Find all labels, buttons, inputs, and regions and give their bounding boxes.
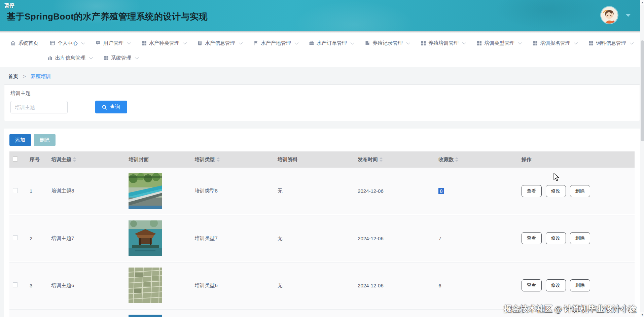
training-material: 无 [274,215,354,262]
training-cover-image[interactable] [129,268,188,303]
table-toolbar: 添加 删除 [9,134,635,146]
nav-item-label: 养殖记录管理 [372,40,403,46]
training-topic: 培训主题5 [48,309,125,317]
training-type: 培训类型7 [191,215,274,262]
sort-caret-icon[interactable] [380,157,383,162]
view-button[interactable]: 查看 [522,232,542,244]
training-material: 无 [274,262,354,309]
delete-button[interactable]: 删除 [34,134,56,146]
user-menu-caret-icon[interactable] [626,14,631,17]
video-pause-label: 暂停 [4,2,14,9]
add-button[interactable]: 添加 [9,134,31,146]
nav-item-training-type-management[interactable]: 培训类型管理 [471,40,527,46]
nav-item-label: 水产种类管理 [149,40,179,46]
chevron-down-icon [89,56,93,59]
chat-icon [96,40,101,46]
user-avatar[interactable] [601,7,618,24]
search-field-label: 培训主题 [10,90,634,97]
delete-row-button[interactable]: 删除 [570,279,590,291]
nav-item-label: 养殖培训管理 [428,40,459,46]
nav-item-aquatic-info-management[interactable]: 水产信息管理 [191,40,247,46]
page-scrollbar[interactable]: ▲ ▼ [640,0,644,317]
scrollbar-up-arrow-icon[interactable]: ▲ [640,0,644,5]
nav-row-1: 系统首页个人中心用户管理水产种类管理水产信息管理水产产地管理水产订单管理养殖记录… [5,36,642,50]
table-header-序号: 序号 [26,151,48,168]
view-button[interactable]: 查看 [522,279,542,291]
nav-item-breeding-record-management[interactable]: 养殖记录管理 [359,40,415,46]
scrollbar-down-arrow-icon[interactable]: ▼ [640,312,644,317]
edit-button[interactable]: 修改 [546,232,566,244]
training-cover-image[interactable] [129,315,188,317]
chevron-down-icon [81,41,85,44]
chevron-down-icon [135,56,139,59]
nav-item-label: 用户管理 [103,40,123,46]
table-header-培训封面: 培训封面 [125,151,191,168]
publish-date: 2024-12-06 [354,168,435,215]
column-header-label: 培训封面 [129,156,149,162]
training-cover-image[interactable] [129,173,188,209]
nav-item-training-signup-management[interactable]: 培训报名管理 [527,40,582,46]
chevron-down-icon [518,41,522,44]
training-cover-image[interactable] [129,220,188,256]
chevron-down-icon [295,41,298,44]
nav-item-user-management[interactable]: 用户管理 [90,40,136,46]
watermark-text: 掘金技术社区 @ 计算机毕业设计小途 [504,304,637,314]
row-actions: 查看修改删除 [522,232,631,244]
nav-item-personal-center[interactable]: 个人中心 [44,40,90,46]
breadcrumb-current[interactable]: 养殖培训 [31,73,51,79]
table-body: 1培训主题8培训类型8无2024-12-068查看修改删除2培训主题7培训类型7… [9,168,635,317]
scrollbar-thumb[interactable] [641,40,644,141]
delete-row-button[interactable]: 删除 [570,185,590,197]
table-header-培训主题[interactable]: 培训主题 [48,151,125,168]
row-checkbox[interactable] [13,282,18,287]
edit-button[interactable]: 修改 [546,279,566,291]
training-type: 培训类型8 [191,168,274,215]
sort-caret-icon[interactable] [73,157,76,162]
breadcrumb-home[interactable]: 首页 [8,73,18,79]
nav-item-system-management[interactable]: 系统管理 [98,55,143,61]
page-title: 基于SpringBoot的水产养殖管理系统的设计与实现 [7,11,208,23]
column-header-label: 序号 [30,156,40,162]
training-type: 培训类型6 [191,262,274,309]
view-button[interactable]: 查看 [522,185,542,197]
nav-item-aquatic-species-management[interactable]: 水产种类管理 [136,40,191,46]
breadcrumb: 首页 > 养殖培训 [4,67,640,84]
row-checkbox[interactable] [13,188,18,193]
search-input[interactable] [10,101,68,113]
query-button[interactable]: 查询 [95,101,127,113]
nav-item-label: 培训报名管理 [540,40,570,46]
table-header-培训类型[interactable]: 培训类型 [191,151,274,168]
training-material: 无 [274,309,354,317]
nav-item-feed-info-management[interactable]: 饲料信息管理 [582,40,638,46]
bar-chart-icon [47,55,53,61]
row-checkbox[interactable] [13,235,18,240]
chevron-down-icon [462,41,466,44]
sort-caret-icon[interactable] [217,157,220,162]
nav-item-label: 饲料信息管理 [596,40,626,46]
row-index: 4 [26,309,48,317]
grid-icon [532,40,538,46]
select-all-checkbox[interactable] [13,156,18,162]
grid-icon [141,40,147,46]
flag-icon [253,40,258,46]
clipboard-icon [197,40,203,46]
column-header-label: 收藏数 [438,156,454,162]
edit-button[interactable]: 修改 [546,185,566,197]
delete-row-button[interactable]: 删除 [570,232,590,244]
home-icon [10,40,16,46]
chevron-down-icon [127,41,131,44]
nav-item-aquatic-origin-management[interactable]: 水产产地管理 [247,40,303,46]
sort-caret-icon[interactable] [455,157,458,162]
table-header-收藏数[interactable]: 收藏数 [435,151,518,168]
nav-item-outbound-info-management[interactable]: 出库信息管理 [42,55,98,61]
publish-date: 2024-12-06 [354,215,435,262]
table-header-发布时间[interactable]: 发布时间 [354,151,435,168]
book-icon [365,40,370,46]
training-topic: 培训主题6 [48,262,125,309]
table-row: 3培训主题6培训类型6无2024-12-066查看修改删除 [9,262,635,309]
nav-item-aquatic-order-management[interactable]: 水产订单管理 [303,40,359,46]
nav-item-breeding-training-management[interactable]: 养殖培训管理 [415,40,471,46]
column-header-label: 培训主题 [51,156,71,162]
nav-item-home[interactable]: 系统首页 [5,40,44,46]
nav-item-label: 水产订单管理 [317,40,347,46]
